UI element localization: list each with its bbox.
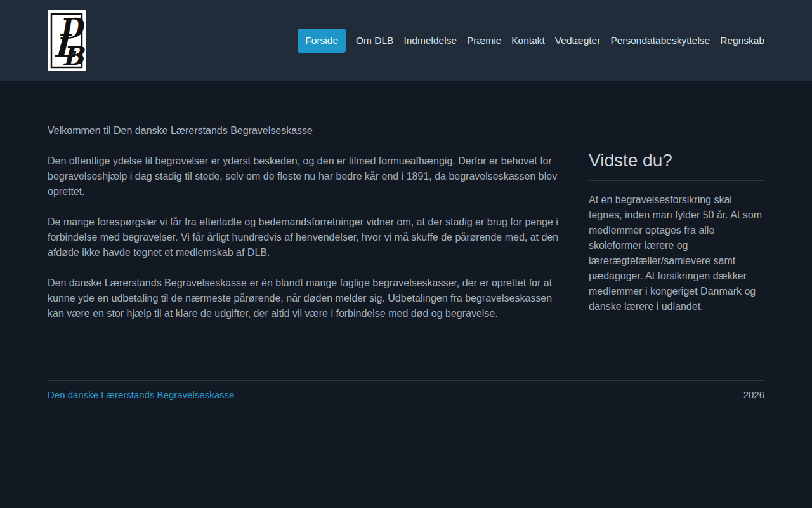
logo-letter-b: B — [62, 41, 86, 70]
nav-item-praemie[interactable]: Præmie — [467, 29, 501, 53]
nav-item-indmeldelse[interactable]: Indmeldelse — [403, 29, 457, 53]
footer-site-link[interactable]: Den danske Lærerstands Begravelseskasse — [48, 389, 234, 400]
page-body: Velkommen til Den danske Lærerstands Beg… — [0, 81, 812, 380]
content-area: Velkommen til Den danske Lærerstands Beg… — [48, 81, 764, 380]
dlb-logo: D L B — [48, 10, 86, 71]
intro-paragraph-3: Den danske Lærerstands Begravelseskasse … — [48, 276, 563, 321]
sidebar-title: Vidste du? — [589, 150, 764, 171]
intro-paragraph-2: De mange forespørgsler vi får fra efterl… — [48, 215, 563, 260]
page-title: Velkommen til Den danske Lærerstands Beg… — [48, 123, 563, 138]
nav-item-forside[interactable]: Forside — [298, 29, 346, 53]
sidebar: Vidste du? At en begravelsesforsikring s… — [589, 123, 764, 380]
nav-item-om-dlb[interactable]: Om DLB — [356, 29, 393, 53]
nav-item-regnskab[interactable]: Regnskab — [720, 29, 764, 53]
dlb-monogram-icon: D L B — [48, 10, 86, 71]
footer-year: 2026 — [743, 389, 764, 400]
main-nav: Forside Om DLB Indmeldelse Præmie Kontak… — [298, 29, 764, 53]
sidebar-text: At en begravelsesforsikring skal tegnes,… — [589, 192, 764, 314]
nav-item-vedtaegter[interactable]: Vedtægter — [555, 29, 601, 53]
intro-paragraph-1: Den offentlige ydelse til begravelser er… — [48, 154, 563, 199]
main-column: Velkommen til Den danske Lærerstands Beg… — [48, 123, 563, 380]
sidebar-divider — [589, 180, 764, 181]
nav-item-kontakt[interactable]: Kontakt — [511, 29, 545, 53]
nav-item-persondatabeskyttelse[interactable]: Persondatabeskyttelse — [610, 29, 710, 53]
site-header: D L B Forside Om DLB Indmeldelse Præmie … — [0, 0, 812, 81]
site-footer: Den danske Lærerstands Begravelseskasse … — [48, 380, 764, 408]
